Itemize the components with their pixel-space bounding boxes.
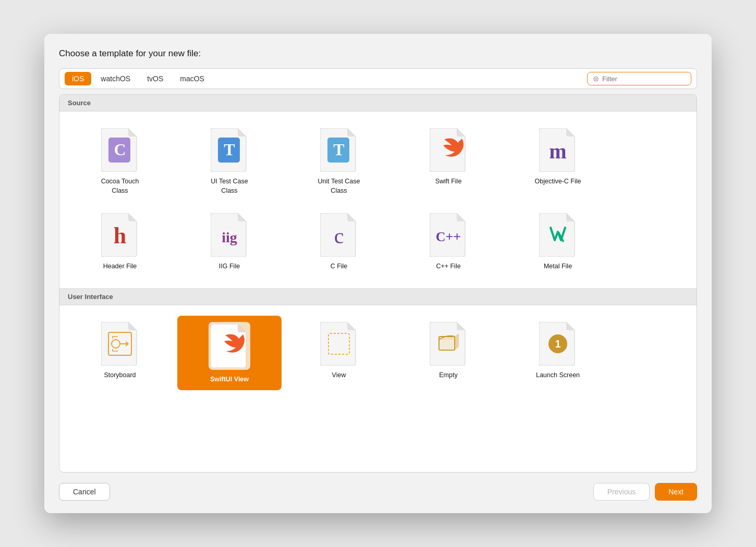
ui-test-icon: T: [211, 128, 248, 172]
template-iig[interactable]: iig IIG File: [177, 207, 282, 278]
previous-button[interactable]: Previous: [593, 483, 650, 501]
template-launch[interactable]: 1 Launch Screen: [506, 316, 610, 391]
swift-icon: [430, 128, 467, 172]
tab-tvos[interactable]: tvOS: [140, 72, 170, 85]
template-c[interactable]: c C File: [287, 207, 391, 278]
swift-label: Swift File: [435, 177, 462, 187]
view-label: View: [332, 371, 346, 380]
dialog-title: Choose a template for your new file:: [59, 48, 697, 59]
svg-text:c: c: [334, 224, 344, 248]
svg-rect-15: [439, 340, 455, 350]
header-icon: h: [101, 213, 139, 257]
empty-label: Empty: [439, 371, 457, 380]
launch-icon: 1: [539, 322, 577, 366]
cpp-icon: C++: [430, 213, 467, 257]
ui-grid: Storyboard SwiftUI View: [59, 305, 697, 401]
tab-bar: iOS watchOS tvOS macOS ⊜: [59, 68, 697, 89]
storyboard-icon: [101, 322, 139, 366]
view-icon: [320, 322, 358, 366]
svg-text:iig: iig: [222, 229, 237, 245]
empty-icon: [430, 322, 467, 366]
swiftui-icon: [211, 324, 248, 368]
unit-test-label: Unit Test CaseClass: [318, 177, 360, 195]
source-section-header: Source: [59, 95, 697, 111]
c-icon: c: [320, 213, 358, 257]
ui-test-label: UI Test CaseClass: [211, 177, 248, 195]
template-objc[interactable]: m Objective-C File: [506, 122, 610, 202]
c-label: C File: [331, 262, 348, 271]
template-dialog: Choose a template for your new file: iOS…: [44, 34, 712, 513]
swiftui-selected-bg: [209, 322, 250, 370]
launch-label: Launch Screen: [536, 371, 580, 380]
source-grid: C Cocoa TouchClass T: [59, 111, 697, 288]
template-unit-test[interactable]: T Unit Test CaseClass: [287, 122, 391, 202]
objc-label: Objective-C File: [535, 177, 581, 187]
template-cpp[interactable]: C++ C++ File: [396, 207, 501, 278]
svg-text:T: T: [333, 140, 344, 159]
platform-tabs: iOS watchOS tvOS macOS: [65, 72, 587, 85]
tab-ios[interactable]: iOS: [65, 72, 91, 85]
template-storyboard[interactable]: Storyboard: [68, 316, 172, 391]
svg-text:1: 1: [555, 338, 560, 350]
svg-text:m: m: [549, 140, 566, 163]
iig-icon: iig: [211, 213, 248, 257]
iig-label: IIG File: [219, 262, 240, 271]
tab-watchos[interactable]: watchOS: [93, 72, 138, 85]
filter-input[interactable]: [602, 75, 675, 83]
storyboard-label: Storyboard: [104, 371, 136, 380]
template-metal[interactable]: Metal File: [506, 207, 610, 278]
template-ui-test[interactable]: T UI Test CaseClass: [177, 122, 282, 202]
dialog-footer: Cancel Previous Next: [59, 483, 697, 501]
template-content: Source C Cocoa TouchClass: [59, 94, 697, 473]
swiftui-label: SwiftUI View: [210, 375, 249, 384]
svg-text:T: T: [224, 140, 235, 159]
cocoa-touch-label: Cocoa TouchClass: [101, 177, 139, 195]
template-swift[interactable]: Swift File: [396, 122, 501, 202]
template-header[interactable]: h Header File: [68, 207, 172, 278]
template-swiftui[interactable]: SwiftUI View: [177, 316, 282, 391]
cancel-button[interactable]: Cancel: [59, 483, 110, 501]
objc-icon: m: [539, 128, 577, 172]
tab-macos[interactable]: macOS: [173, 72, 212, 85]
filter-icon: ⊜: [593, 74, 599, 83]
filter-input-wrap: ⊜: [587, 72, 691, 85]
source-section: Source C Cocoa TouchClass: [59, 95, 697, 289]
header-label: Header File: [103, 262, 137, 271]
template-empty[interactable]: Empty: [396, 316, 501, 391]
metal-label: Metal File: [544, 262, 572, 271]
ui-section: User Interface: [59, 289, 697, 401]
unit-test-icon: T: [320, 128, 358, 172]
svg-text:C: C: [114, 140, 126, 159]
cpp-label: C++ File: [436, 262, 460, 271]
cocoa-touch-icon: C: [101, 128, 139, 172]
svg-text:h: h: [114, 223, 126, 248]
footer-right: Previous Next: [593, 483, 697, 501]
template-view[interactable]: View: [287, 316, 391, 391]
template-cocoa-touch[interactable]: C Cocoa TouchClass: [68, 122, 172, 202]
svg-text:C++: C++: [436, 229, 461, 244]
metal-icon: [539, 213, 577, 257]
next-button[interactable]: Next: [655, 483, 697, 501]
ui-section-header: User Interface: [59, 289, 697, 305]
